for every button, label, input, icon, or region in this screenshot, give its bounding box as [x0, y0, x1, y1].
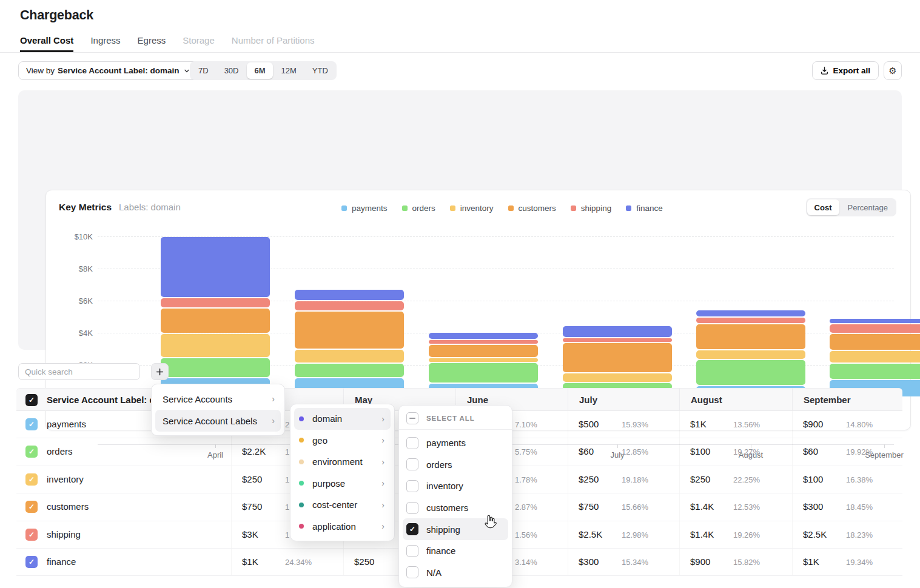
- legend-label: customers: [519, 204, 556, 213]
- tab-ingress[interactable]: Ingress: [90, 35, 120, 52]
- bar-segment-customers-august[interactable]: [696, 324, 805, 349]
- bar-segment-orders-september[interactable]: [830, 364, 920, 379]
- bar-segment-shipping-august[interactable]: [696, 318, 805, 324]
- value-checkbox[interactable]: [406, 566, 418, 578]
- value-checkbox[interactable]: [406, 437, 418, 449]
- bar-segment-customers-september[interactable]: [830, 334, 920, 350]
- tab-egress[interactable]: Egress: [138, 35, 166, 52]
- bar-segment-finance-may[interactable]: [295, 290, 404, 300]
- menu-item-application[interactable]: application›: [294, 516, 391, 538]
- value-item-finance[interactable]: finance: [403, 540, 508, 562]
- bar-segment-shipping-may[interactable]: [295, 301, 404, 310]
- add-series-button[interactable]: [151, 363, 169, 380]
- value-checkbox[interactable]: [406, 458, 418, 470]
- chevron-right-icon: ›: [381, 435, 384, 445]
- quick-search-input[interactable]: [18, 363, 140, 380]
- cell-percent: 18.45%: [846, 503, 873, 512]
- value-checkbox[interactable]: [406, 480, 418, 492]
- color-dot-environment: [299, 459, 304, 464]
- cell-percent: 15.66%: [622, 503, 648, 512]
- select-all-checkbox[interactable]: [406, 412, 418, 424]
- tab-overall-cost[interactable]: Overall Cost: [20, 35, 73, 52]
- bar-segment-inventory-may[interactable]: [295, 350, 404, 363]
- row-checkbox-shipping[interactable]: ✓: [25, 529, 38, 541]
- tab-storage[interactable]: Storage: [183, 35, 215, 52]
- cell-august: $1.4K12.53%: [679, 493, 792, 520]
- row-checkbox-orders[interactable]: ✓: [25, 446, 38, 458]
- value-item-inventory[interactable]: inventory: [403, 475, 508, 497]
- menu-item-cost-center[interactable]: cost-center›: [294, 494, 391, 516]
- bar-segment-inventory-september[interactable]: [830, 351, 920, 362]
- column-header-july[interactable]: July: [568, 389, 679, 410]
- value-item-payments[interactable]: payments: [403, 432, 508, 454]
- bar-segment-shipping-april[interactable]: [161, 298, 270, 307]
- cell-value: $300: [803, 501, 823, 512]
- range-button-6m[interactable]: 6M: [247, 62, 272, 79]
- row-checkbox-finance[interactable]: ✓: [25, 556, 38, 568]
- tab-number-of-partitions[interactable]: Number of Partitions: [232, 35, 315, 52]
- menu-item-environment[interactable]: environment›: [294, 451, 391, 473]
- bar-segment-orders-june[interactable]: [429, 363, 538, 383]
- row-checkbox-payments[interactable]: ✓: [25, 418, 38, 430]
- bar-segment-customers-july[interactable]: [563, 343, 672, 372]
- value-checkbox[interactable]: [406, 502, 418, 514]
- value-item-orders[interactable]: orders: [403, 454, 508, 476]
- cell-percent: 15.93%: [622, 420, 648, 429]
- bar-segment-finance-august[interactable]: [696, 310, 805, 316]
- bar-segment-finance-april[interactable]: [161, 237, 270, 297]
- export-all-label: Export all: [833, 66, 870, 75]
- value-item-na[interactable]: N/A: [403, 562, 508, 584]
- menu-item-service-account-labels[interactable]: Service Account Labels›: [155, 410, 281, 432]
- value-checkbox[interactable]: ✓: [406, 523, 418, 535]
- bar-segment-inventory-august[interactable]: [696, 350, 805, 359]
- view-by-dropdown[interactable]: View by Service Account Label: domain: [18, 61, 198, 80]
- row-label: orders: [47, 446, 73, 456]
- color-dot-domain: [299, 416, 304, 421]
- bar-segment-customers-may[interactable]: [295, 312, 404, 348]
- cell-value: $60: [803, 446, 818, 456]
- toggle-percentage[interactable]: Percentage: [841, 199, 896, 215]
- range-button-ytd[interactable]: YTD: [305, 62, 335, 79]
- menu-item-purpose[interactable]: purpose›: [294, 473, 391, 495]
- cell-percent: 16.38%: [846, 475, 873, 484]
- bar-segment-finance-september[interactable]: [830, 319, 920, 323]
- menu-item-label: environment: [312, 456, 381, 467]
- bar-segment-customers-june[interactable]: [429, 345, 538, 358]
- bar-segment-shipping-june[interactable]: [429, 340, 538, 344]
- column-header-august[interactable]: August: [679, 389, 792, 410]
- bar-segment-customers-april[interactable]: [161, 309, 270, 333]
- bar-segment-orders-april[interactable]: [161, 358, 270, 377]
- settings-button[interactable]: ⚙: [884, 61, 902, 80]
- row-checkbox-customers[interactable]: ✓: [25, 501, 38, 513]
- column-header-september[interactable]: September: [792, 389, 902, 410]
- y-axis-tick-label: $6K: [56, 296, 93, 306]
- range-button-12m[interactable]: 12M: [274, 62, 304, 79]
- row-checkbox-inventory[interactable]: ✓: [25, 473, 38, 486]
- bar-segment-inventory-april[interactable]: [161, 334, 270, 357]
- legend-swatch-orders: [402, 205, 408, 211]
- range-button-7d[interactable]: 7D: [191, 62, 216, 79]
- toggle-cost[interactable]: Cost: [807, 199, 839, 215]
- color-dot-purpose: [299, 481, 304, 486]
- bar-segment-shipping-july[interactable]: [563, 338, 672, 342]
- cell-value: $250: [354, 556, 374, 567]
- menu-item-domain[interactable]: domain›: [294, 408, 391, 430]
- menu-item-service-accounts[interactable]: Service Accounts›: [155, 388, 281, 410]
- bar-segment-inventory-july[interactable]: [563, 373, 672, 382]
- menu-item-label: Service Account Labels: [163, 416, 272, 426]
- bar-segment-finance-june[interactable]: [429, 333, 538, 339]
- chevron-right-icon: ›: [381, 521, 384, 531]
- range-button-30d[interactable]: 30D: [217, 62, 246, 79]
- bar-segment-inventory-june[interactable]: [429, 358, 538, 362]
- export-all-button[interactable]: Export all: [812, 61, 879, 80]
- value-checkbox[interactable]: [406, 545, 418, 557]
- menu-item-geo[interactable]: geo›: [294, 430, 391, 452]
- cell-september: $90014.80%: [792, 411, 902, 438]
- bar-segment-finance-july[interactable]: [563, 326, 672, 337]
- bar-segment-orders-august[interactable]: [696, 360, 805, 386]
- header-checkbox[interactable]: ✓: [25, 394, 38, 406]
- row-label: customers: [47, 501, 89, 512]
- bar-segment-orders-may[interactable]: [295, 364, 404, 377]
- select-all-item[interactable]: SELECT ALL: [399, 409, 512, 430]
- bar-segment-shipping-september[interactable]: [830, 324, 920, 333]
